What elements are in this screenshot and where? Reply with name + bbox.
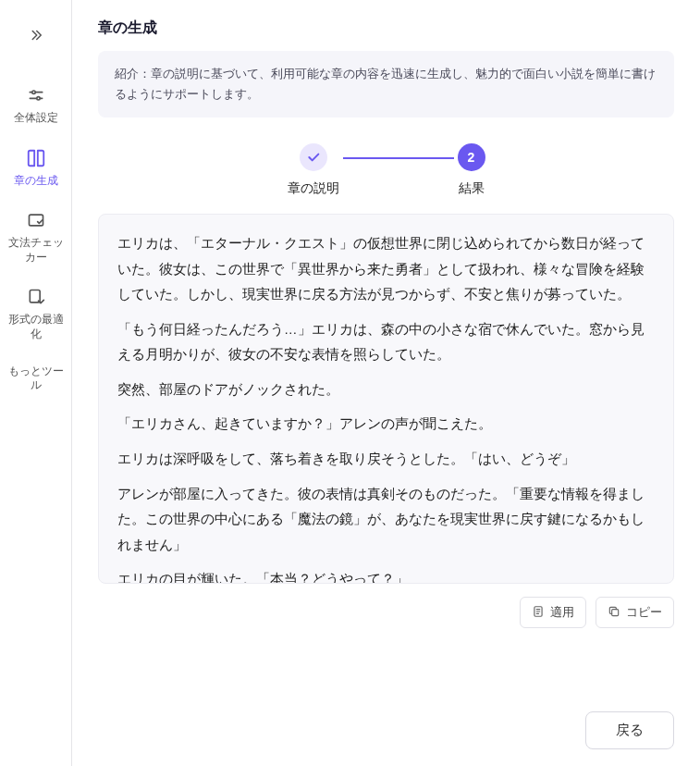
sidebar-item-chapter-generate[interactable]: 章の生成 xyxy=(0,137,71,200)
sliders-icon xyxy=(26,85,46,105)
svg-point-1 xyxy=(31,91,34,93)
step-circle-done xyxy=(300,143,327,171)
sidebar-toggle[interactable] xyxy=(0,19,71,56)
result-paragraph: 「もう何日経ったんだろう…」エリカは、森の中の小さな宿で休んでいた。窓から見える… xyxy=(117,317,655,368)
result-paragraph: エリカは、「エターナル・クエスト」の仮想世界に閉じ込められてから数日が経っていた… xyxy=(117,231,655,308)
chevron-right-double-icon xyxy=(28,27,44,47)
sidebar-item-format-optimize[interactable]: 形式の最適化 xyxy=(0,276,71,352)
sidebar-item-label: 形式の最適化 xyxy=(4,313,68,341)
sidebar-item-label: 全体設定 xyxy=(14,111,58,126)
document-icon xyxy=(532,605,545,621)
intro-text: 紹介：章の説明に基づいて、利用可能な章の内容を迅速に生成し、魅力的で面白い小説を… xyxy=(115,67,656,101)
sidebar-item-grammar-checker[interactable]: 文法チェッカー xyxy=(0,199,71,276)
back-button[interactable]: 戻る xyxy=(585,711,674,749)
step-line xyxy=(343,157,454,159)
check-icon xyxy=(306,150,321,165)
sidebar: 全体設定 章の生成 文法チェッカー 形式の最適化 もっとツール xyxy=(0,0,72,766)
result-paragraph: 「エリカさん、起きていますか？」アレンの声が聞こえた。 xyxy=(117,412,655,438)
svg-rect-4 xyxy=(29,215,43,226)
step-2[interactable]: 2 結果 xyxy=(458,143,485,197)
page-title: 章の生成 xyxy=(98,19,674,38)
sidebar-item-label: 文法チェッカー xyxy=(4,236,68,265)
copy-icon xyxy=(608,605,620,621)
svg-rect-10 xyxy=(612,609,619,615)
book-icon xyxy=(26,148,46,168)
apply-button[interactable]: 適用 xyxy=(520,597,586,628)
step-1[interactable]: 章の説明 xyxy=(288,143,339,197)
footer: 戻る xyxy=(98,695,674,766)
step-label: 結果 xyxy=(459,180,485,197)
result-box: エリカは、「エターナル・クエスト」の仮想世界に閉じ込められてから数日が経っていた… xyxy=(98,214,674,584)
result-paragraph: エリカは深呼吸をして、落ち着きを取り戻そうとした。「はい、どうぞ」 xyxy=(117,447,655,473)
intro-box: 紹介：章の説明に基づいて、利用可能な章の内容を迅速に生成し、魅力的で面白い小説を… xyxy=(98,51,674,117)
copy-button[interactable]: コピー xyxy=(596,597,674,628)
grammar-check-icon xyxy=(26,210,46,230)
sidebar-item-global-settings[interactable]: 全体設定 xyxy=(0,74,71,137)
apply-label: 適用 xyxy=(550,604,574,621)
sidebar-item-label: もっとツール xyxy=(4,364,68,393)
sidebar-item-label: 章の生成 xyxy=(14,174,58,189)
copy-label: コピー xyxy=(626,604,662,621)
stepper: 章の説明 2 結果 xyxy=(98,143,674,197)
sidebar-item-more-tools[interactable]: もっとツール xyxy=(0,353,71,404)
step-circle-active: 2 xyxy=(458,143,485,171)
result-paragraph: エリカの目が輝いた。「本当？どうやって？」 xyxy=(117,567,655,584)
svg-point-3 xyxy=(36,97,39,100)
step-label: 章の説明 xyxy=(288,180,339,197)
actions-row: 適用 コピー xyxy=(98,597,674,628)
result-paragraph: 突然、部屋のドアがノックされた。 xyxy=(117,377,655,403)
format-icon xyxy=(26,287,46,307)
result-paragraph: アレンが部屋に入ってきた。彼の表情は真剣そのものだった。「重要な情報を得ました。… xyxy=(117,482,655,559)
main-content: 章の生成 紹介：章の説明に基づいて、利用可能な章の内容を迅速に生成し、魅力的で面… xyxy=(72,0,700,766)
